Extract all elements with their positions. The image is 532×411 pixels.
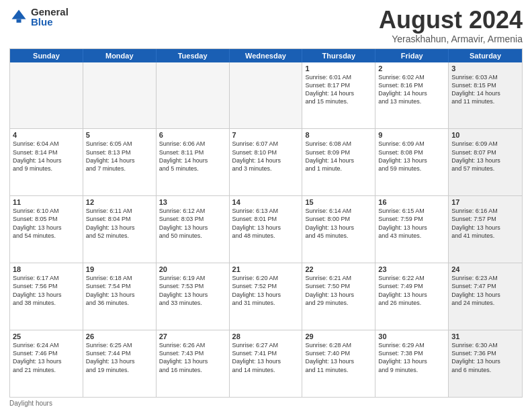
day-number: 14 <box>232 198 300 206</box>
day-info: Sunrise: 6:04 AM Sunset: 8:14 PM Dayligh… <box>13 140 80 173</box>
day-number: 21 <box>232 265 300 273</box>
header: General Blue August 2024 Yeraskhahun, Ar… <box>9 7 523 44</box>
day-info: Sunrise: 6:05 AM Sunset: 8:13 PM Dayligh… <box>86 140 153 173</box>
day-info: Sunrise: 6:28 AM Sunset: 7:40 PM Dayligh… <box>305 341 372 374</box>
day-number: 5 <box>86 131 153 139</box>
day-number: 12 <box>86 198 153 206</box>
day-header-wednesday: Wednesday <box>230 49 303 62</box>
day-cell-10: 10Sunrise: 6:09 AM Sunset: 8:07 PM Dayli… <box>449 129 522 195</box>
day-info: Sunrise: 6:12 AM Sunset: 8:03 PM Dayligh… <box>159 207 226 240</box>
day-header-thursday: Thursday <box>302 49 375 62</box>
day-number: 6 <box>159 131 226 139</box>
day-cell-29: 29Sunrise: 6:28 AM Sunset: 7:40 PM Dayli… <box>302 330 375 397</box>
calendar-row-1: 1Sunrise: 6:01 AM Sunset: 8:17 PM Daylig… <box>10 62 522 130</box>
day-info: Sunrise: 6:02 AM Sunset: 8:16 PM Dayligh… <box>378 73 445 106</box>
svg-rect-1 <box>17 19 21 23</box>
logo-text: General Blue <box>31 7 69 27</box>
logo-blue-text: Blue <box>31 17 69 27</box>
day-info: Sunrise: 6:17 AM Sunset: 7:56 PM Dayligh… <box>13 274 80 307</box>
day-cell-25: 25Sunrise: 6:24 AM Sunset: 7:46 PM Dayli… <box>10 330 83 397</box>
calendar-header: SundayMondayTuesdayWednesdayThursdayFrid… <box>10 49 522 62</box>
day-info: Sunrise: 6:20 AM Sunset: 7:52 PM Dayligh… <box>232 274 300 307</box>
day-info: Sunrise: 6:27 AM Sunset: 7:41 PM Dayligh… <box>232 341 300 374</box>
day-number: 27 <box>159 332 226 340</box>
calendar-row-3: 11Sunrise: 6:10 AM Sunset: 8:05 PM Dayli… <box>10 196 522 263</box>
logo: General Blue <box>9 7 69 27</box>
day-number: 3 <box>451 64 519 73</box>
day-cell-17: 17Sunrise: 6:16 AM Sunset: 7:57 PM Dayli… <box>449 196 522 263</box>
day-cell-27: 27Sunrise: 6:26 AM Sunset: 7:43 PM Dayli… <box>157 330 230 397</box>
day-info: Sunrise: 6:09 AM Sunset: 8:08 PM Dayligh… <box>378 140 445 173</box>
day-info: Sunrise: 6:14 AM Sunset: 8:00 PM Dayligh… <box>305 207 372 240</box>
day-info: Sunrise: 6:19 AM Sunset: 7:53 PM Dayligh… <box>159 274 226 307</box>
day-info: Sunrise: 6:11 AM Sunset: 8:04 PM Dayligh… <box>86 207 153 240</box>
empty-cell-r0c1 <box>83 62 157 129</box>
day-info: Sunrise: 6:10 AM Sunset: 8:05 PM Dayligh… <box>13 207 80 240</box>
day-number: 29 <box>305 332 372 340</box>
day-cell-5: 5Sunrise: 6:05 AM Sunset: 8:13 PM Daylig… <box>83 129 157 195</box>
svg-marker-0 <box>12 10 26 19</box>
day-cell-8: 8Sunrise: 6:08 AM Sunset: 8:09 PM Daylig… <box>302 129 375 195</box>
day-info: Sunrise: 6:16 AM Sunset: 7:57 PM Dayligh… <box>451 207 519 240</box>
day-cell-2: 2Sunrise: 6:02 AM Sunset: 8:16 PM Daylig… <box>375 62 449 129</box>
day-cell-11: 11Sunrise: 6:10 AM Sunset: 8:05 PM Dayli… <box>10 196 83 263</box>
day-number: 22 <box>305 265 372 273</box>
day-number: 13 <box>159 198 226 206</box>
day-cell-31: 31Sunrise: 6:30 AM Sunset: 7:36 PM Dayli… <box>449 330 522 397</box>
day-info: Sunrise: 6:21 AM Sunset: 7:50 PM Dayligh… <box>305 274 372 307</box>
logo-icon <box>9 7 28 26</box>
day-number: 10 <box>451 131 519 139</box>
day-cell-3: 3Sunrise: 6:03 AM Sunset: 8:15 PM Daylig… <box>449 62 522 129</box>
day-info: Sunrise: 6:09 AM Sunset: 8:07 PM Dayligh… <box>451 140 519 173</box>
logo-general-text: General <box>31 7 69 17</box>
day-info: Sunrise: 6:03 AM Sunset: 8:15 PM Dayligh… <box>451 73 519 106</box>
day-info: Sunrise: 6:01 AM Sunset: 8:17 PM Dayligh… <box>305 73 372 106</box>
location: Yeraskhahun, Armavir, Armenia <box>379 34 523 44</box>
day-cell-26: 26Sunrise: 6:25 AM Sunset: 7:44 PM Dayli… <box>83 330 157 397</box>
empty-cell-r0c0 <box>10 62 83 129</box>
day-number: 18 <box>13 265 80 273</box>
day-cell-9: 9Sunrise: 6:09 AM Sunset: 8:08 PM Daylig… <box>375 129 449 195</box>
day-number: 1 <box>305 64 372 73</box>
day-number: 15 <box>305 198 372 206</box>
day-info: Sunrise: 6:15 AM Sunset: 7:59 PM Dayligh… <box>378 207 445 240</box>
day-number: 24 <box>451 265 519 273</box>
day-number: 7 <box>232 131 300 139</box>
day-cell-30: 30Sunrise: 6:29 AM Sunset: 7:38 PM Dayli… <box>375 330 449 397</box>
day-cell-15: 15Sunrise: 6:14 AM Sunset: 8:00 PM Dayli… <box>302 196 375 263</box>
calendar-body: 1Sunrise: 6:01 AM Sunset: 8:17 PM Daylig… <box>10 62 522 397</box>
month-title: August 2024 <box>379 7 523 34</box>
day-info: Sunrise: 6:22 AM Sunset: 7:49 PM Dayligh… <box>378 274 445 307</box>
day-cell-22: 22Sunrise: 6:21 AM Sunset: 7:50 PM Dayli… <box>302 263 375 330</box>
day-info: Sunrise: 6:08 AM Sunset: 8:09 PM Dayligh… <box>305 140 372 173</box>
empty-cell-r0c2 <box>157 62 230 129</box>
day-info: Sunrise: 6:18 AM Sunset: 7:54 PM Dayligh… <box>86 274 153 307</box>
day-cell-28: 28Sunrise: 6:27 AM Sunset: 7:41 PM Dayli… <box>230 330 303 397</box>
day-cell-24: 24Sunrise: 6:23 AM Sunset: 7:47 PM Dayli… <box>449 263 522 330</box>
page: General Blue August 2024 Yeraskhahun, Ar… <box>0 0 532 411</box>
day-cell-7: 7Sunrise: 6:07 AM Sunset: 8:10 PM Daylig… <box>230 129 303 195</box>
calendar-row-5: 25Sunrise: 6:24 AM Sunset: 7:46 PM Dayli… <box>10 330 522 397</box>
day-cell-19: 19Sunrise: 6:18 AM Sunset: 7:54 PM Dayli… <box>83 263 157 330</box>
day-info: Sunrise: 6:07 AM Sunset: 8:10 PM Dayligh… <box>232 140 300 173</box>
day-cell-23: 23Sunrise: 6:22 AM Sunset: 7:49 PM Dayli… <box>375 263 449 330</box>
day-cell-13: 13Sunrise: 6:12 AM Sunset: 8:03 PM Dayli… <box>157 196 230 263</box>
day-number: 23 <box>378 265 445 273</box>
day-number: 20 <box>159 265 226 273</box>
day-header-tuesday: Tuesday <box>157 49 230 62</box>
day-number: 11 <box>13 198 80 206</box>
day-number: 26 <box>86 332 153 340</box>
day-number: 4 <box>13 131 80 139</box>
day-cell-18: 18Sunrise: 6:17 AM Sunset: 7:56 PM Dayli… <box>10 263 83 330</box>
day-info: Sunrise: 6:29 AM Sunset: 7:38 PM Dayligh… <box>378 341 445 374</box>
day-number: 2 <box>378 64 445 73</box>
day-header-monday: Monday <box>83 49 157 62</box>
footer-note: Daylight hours <box>9 400 523 407</box>
day-number: 9 <box>378 131 445 139</box>
day-number: 30 <box>378 332 445 340</box>
day-header-saturday: Saturday <box>449 49 522 62</box>
day-info: Sunrise: 6:13 AM Sunset: 8:01 PM Dayligh… <box>232 207 300 240</box>
day-info: Sunrise: 6:23 AM Sunset: 7:47 PM Dayligh… <box>451 274 519 307</box>
day-number: 31 <box>451 332 519 340</box>
title-block: August 2024 Yeraskhahun, Armavir, Armeni… <box>379 7 523 44</box>
